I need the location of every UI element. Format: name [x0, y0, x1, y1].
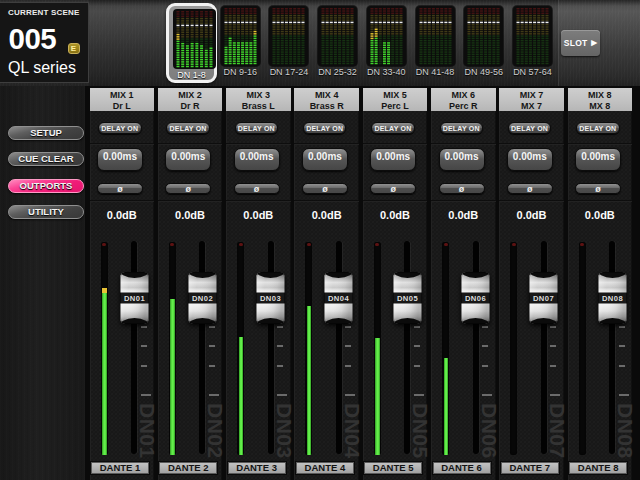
- svg-text:DN04: DN04: [328, 294, 349, 303]
- svg-text:DN03: DN03: [260, 294, 281, 303]
- svg-text:DN07: DN07: [533, 294, 554, 303]
- svg-text:DN06: DN06: [465, 294, 486, 303]
- svg-text:DN02: DN02: [192, 294, 213, 303]
- svg-text:DN01: DN01: [123, 294, 144, 303]
- svg-text:DN08: DN08: [602, 294, 623, 303]
- svg-text:DN05: DN05: [397, 294, 418, 303]
